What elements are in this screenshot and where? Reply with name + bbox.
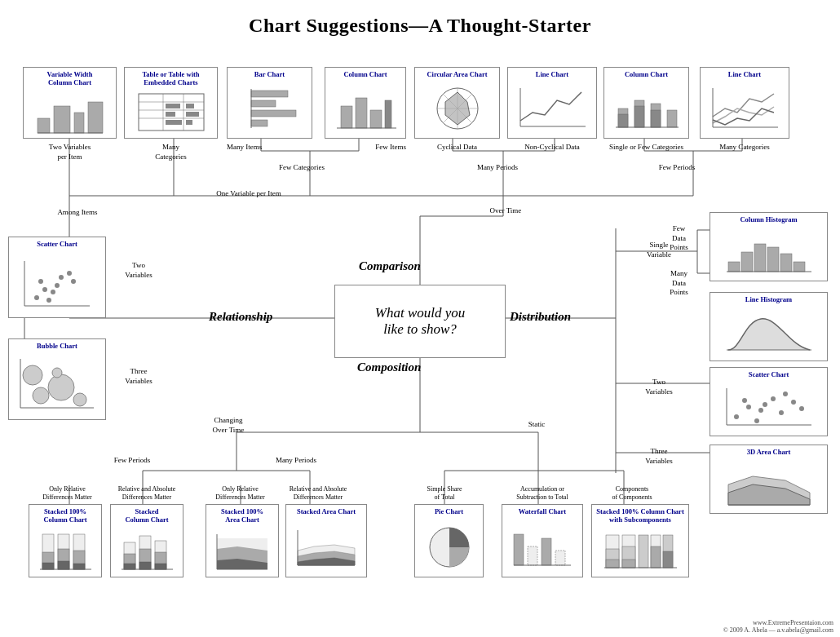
svg-point-141: [746, 405, 751, 409]
svg-rect-92: [356, 98, 367, 128]
label-many-periods: Many Periods: [444, 163, 550, 173]
svg-point-144: [771, 396, 776, 401]
svg-rect-132: [728, 262, 740, 272]
chart-title-table-embedded: Table or Table withEmbedded Charts: [142, 70, 199, 86]
svg-rect-69: [38, 118, 50, 133]
svg-rect-71: [74, 113, 84, 133]
svg-point-127: [73, 393, 86, 406]
svg-point-128: [52, 368, 62, 378]
chart-stacked-col: StackedColumn Chart: [110, 504, 183, 577]
svg-point-148: [754, 418, 759, 423]
svg-rect-137: [794, 262, 805, 272]
svg-rect-87: [251, 100, 276, 107]
chart-waterfall: Waterfall Chart: [502, 504, 583, 577]
svg-rect-158: [42, 563, 54, 569]
svg-rect-202: [663, 551, 673, 568]
chart-title-variable-width: Variable WidthColumn Chart: [47, 70, 93, 86]
chart-circular-area: Circular Area Chart: [414, 67, 500, 139]
svg-rect-86: [251, 91, 288, 97]
svg-rect-174: [155, 564, 166, 569]
label-many-data-pts: ManyDataPoints: [652, 269, 705, 298]
chart-stacked100-col: Stacked 100%Column Chart: [29, 504, 102, 577]
svg-point-146: [763, 402, 767, 407]
label-three-variables: ThreeVariables: [114, 367, 163, 386]
chart-title-pie: Pie Chart: [435, 507, 463, 515]
svg-point-150: [799, 406, 804, 411]
svg-rect-81: [166, 112, 175, 117]
chart-line-noncyclical: Line Chart: [507, 67, 597, 139]
chart-title-scatter-rel: Scatter Chart: [37, 240, 77, 248]
chart-title-column-few: Column Chart: [343, 70, 387, 78]
branch-comparison: Comparison: [359, 259, 421, 273]
svg-point-116: [51, 290, 55, 294]
svg-rect-88: [251, 110, 296, 117]
chart-bar: Bar Chart: [227, 67, 312, 139]
svg-rect-105: [618, 114, 628, 127]
footer-line2: © 2009 A. Abela — a.v.abela@gmail.com: [723, 626, 833, 634]
svg-rect-161: [58, 561, 69, 569]
svg-rect-197: [622, 560, 635, 568]
svg-point-122: [46, 298, 51, 303]
chart-title-stacked-area: Stacked Area Chart: [297, 507, 356, 515]
svg-point-125: [33, 387, 49, 404]
chart-title-3d-area: 3D Area Chart: [747, 448, 791, 456]
label-only-relative-2: Only RelativeDifferences Matter: [206, 485, 275, 502]
svg-point-149: [779, 410, 784, 415]
chart-line-many: Line Chart: [700, 67, 789, 139]
svg-point-129: [23, 365, 42, 385]
svg-rect-89: [251, 120, 267, 126]
label-few-periods-comp: Few Periods: [99, 456, 165, 466]
label-changing-over-time: ChangingOver Time: [192, 416, 265, 435]
label-relative-absolute-1: Relative and AbsoluteDifferences Matter: [110, 485, 183, 502]
svg-point-145: [783, 391, 788, 396]
svg-point-114: [34, 295, 39, 300]
branch-relationship: Relationship: [209, 310, 272, 324]
label-simple-share: Simple Shareof Total: [412, 485, 477, 502]
svg-point-142: [758, 408, 763, 413]
label-accumulation: Accumulation orSubtraction to Total: [506, 485, 579, 502]
chart-scatter-relationship: Scatter Chart: [8, 237, 106, 318]
svg-rect-190: [555, 551, 565, 565]
chart-title-stacked100-col: Stacked 100%Column Chart: [43, 507, 86, 524]
svg-rect-94: [385, 100, 391, 128]
svg-rect-85: [186, 120, 192, 125]
chart-3d-area: 3D Area Chart: [710, 445, 828, 514]
label-few-periods: Few Periods: [632, 163, 722, 173]
chart-title-line-hist: Line Histogram: [745, 295, 792, 303]
label-many-cat2: Many Categories: [700, 143, 789, 153]
svg-point-147: [791, 400, 796, 405]
label-single-few-cat: Single or Few Categories: [603, 143, 689, 153]
svg-rect-189: [542, 538, 551, 565]
chart-title-bar: Bar Chart: [254, 70, 285, 78]
svg-rect-134: [754, 244, 766, 272]
chart-column-histogram: Column Histogram: [710, 212, 828, 281]
chart-title-stacked-col: StackedColumn Chart: [125, 507, 168, 524]
svg-rect-194: [606, 560, 619, 568]
chart-stacked100-subcomponents: Stacked 100% Column Chartwith Subcompone…: [591, 504, 689, 577]
svg-rect-72: [88, 102, 103, 133]
svg-point-143: [742, 398, 747, 403]
svg-rect-80: [166, 104, 180, 108]
svg-marker-101: [445, 92, 470, 125]
label-components: Componentsof Components: [595, 485, 669, 502]
label-three-variables-dist: ThreeVariables: [626, 447, 692, 466]
chart-variable-width: Variable WidthColumn Chart: [23, 67, 117, 139]
chart-column-single: Column Chart: [603, 67, 689, 139]
svg-rect-91: [341, 106, 352, 128]
svg-rect-109: [651, 110, 661, 127]
label-over-time: Over Time: [473, 206, 538, 216]
svg-rect-200: [651, 546, 661, 568]
label-static: Static: [512, 420, 561, 430]
svg-rect-110: [667, 110, 677, 127]
label-two-variables-rel: TwoVariables: [114, 261, 163, 280]
svg-rect-164: [73, 564, 85, 569]
svg-rect-136: [780, 254, 792, 272]
svg-rect-83: [186, 104, 194, 108]
svg-rect-171: [139, 562, 151, 569]
chart-title-line-many: Line Chart: [728, 70, 761, 78]
svg-rect-187: [514, 534, 524, 565]
label-noncyclical: Non-Cyclical Data: [507, 143, 597, 153]
svg-rect-70: [54, 106, 70, 133]
chart-title-scatter-dist: Scatter Chart: [749, 370, 789, 378]
label-among-items: Among Items: [41, 208, 114, 218]
